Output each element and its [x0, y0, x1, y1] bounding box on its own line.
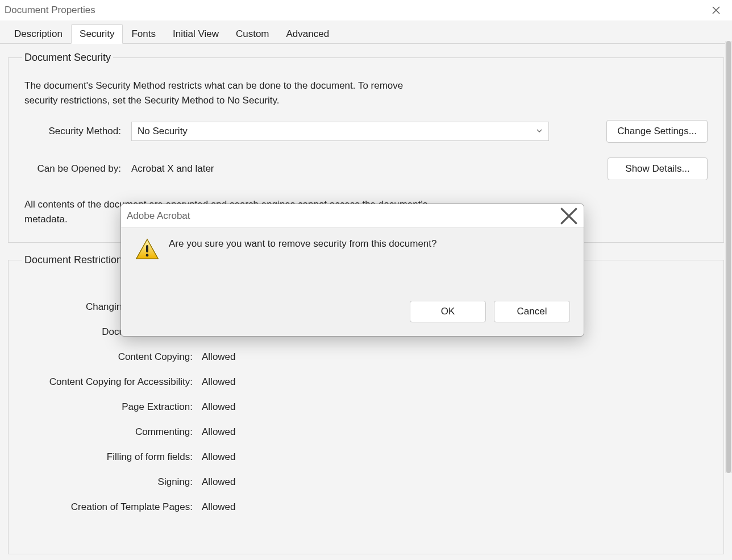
tab-advanced[interactable]: Advanced [278, 24, 338, 44]
confirm-dialog: Adobe Acrobat [120, 204, 584, 337]
dialog-buttons: OK Cancel [121, 301, 584, 336]
close-button[interactable] [705, 2, 727, 19]
opened-by-value: Acrobat X and later [131, 163, 549, 175]
svg-point-8 [146, 254, 149, 257]
ok-button[interactable]: OK [410, 301, 486, 322]
restriction-value: Allowed [201, 351, 236, 363]
scrollbar[interactable] [725, 41, 732, 473]
document-properties-window: Document Properties Description Security… [0, 0, 732, 560]
tab-initial-view[interactable]: Initial View [164, 24, 227, 44]
close-icon [560, 207, 578, 225]
window-title: Document Properties [5, 5, 95, 16]
restriction-value: Allowed [201, 426, 236, 438]
restriction-value: Allowed [201, 401, 236, 413]
restriction-value: Allowed [201, 451, 236, 463]
scrollbar-thumb[interactable] [726, 41, 731, 473]
tabs-area: Description Security Fonts Initial View … [0, 20, 732, 44]
restriction-label: Signing: [24, 476, 201, 488]
dialog-body: Are you sure you want to remove security… [121, 228, 584, 301]
security-method-value: No Security [138, 126, 188, 137]
dialog-message: Are you sure you want to remove security… [169, 237, 436, 301]
restriction-label: Commenting: [24, 426, 201, 438]
show-details-button[interactable]: Show Details... [608, 157, 708, 180]
tab-fonts[interactable]: Fonts [123, 24, 164, 44]
dialog-titlebar: Adobe Acrobat [121, 204, 584, 228]
restriction-value: Allowed [201, 501, 236, 513]
opened-by-row: Can be Opened by: Acrobat X and later Sh… [24, 157, 708, 180]
security-method-row: Security Method: No Security Change Sett… [24, 120, 708, 143]
restriction-row: Creation of Template Pages:Allowed [24, 495, 708, 520]
restriction-label: Content Copying: [24, 351, 201, 363]
dialog-title: Adobe Acrobat [127, 210, 190, 222]
tab-custom[interactable]: Custom [227, 24, 278, 44]
close-icon [712, 6, 720, 14]
opened-by-label: Can be Opened by: [24, 163, 121, 175]
dialog-close-button[interactable] [560, 208, 578, 224]
restriction-value: Allowed [201, 376, 236, 388]
restriction-row: Signing:Allowed [24, 470, 708, 495]
svg-rect-7 [146, 245, 148, 252]
restriction-row: Content Copying:Allowed [24, 345, 708, 370]
restriction-label: Page Extraction: [24, 401, 201, 413]
restriction-label: Content Copying for Accessibility: [24, 376, 201, 388]
restriction-row: Filling of form fields:Allowed [24, 445, 708, 470]
chevron-down-icon [536, 126, 543, 137]
warning-icon [135, 237, 160, 262]
tab-strip: Description Security Fonts Initial View … [0, 24, 732, 43]
change-settings-button[interactable]: Change Settings... [606, 120, 708, 143]
restriction-row: Commenting:Allowed [24, 420, 708, 445]
restriction-row: Page Extraction:Allowed [24, 395, 708, 420]
cancel-button[interactable]: Cancel [494, 301, 570, 322]
restriction-label: Filling of form fields: [24, 451, 201, 463]
tab-security[interactable]: Security [71, 24, 123, 44]
titlebar: Document Properties [0, 0, 732, 20]
security-method-label: Security Method: [24, 126, 121, 137]
restriction-row: Content Copying for Accessibility:Allowe… [24, 370, 708, 395]
document-security-legend: Document Security [22, 52, 113, 64]
tab-description[interactable]: Description [6, 24, 71, 44]
restriction-value: Allowed [201, 476, 236, 488]
security-description: The document's Security Method restricts… [24, 78, 434, 107]
security-method-select[interactable]: No Security [131, 122, 549, 141]
restriction-label: Creation of Template Pages: [24, 501, 201, 513]
